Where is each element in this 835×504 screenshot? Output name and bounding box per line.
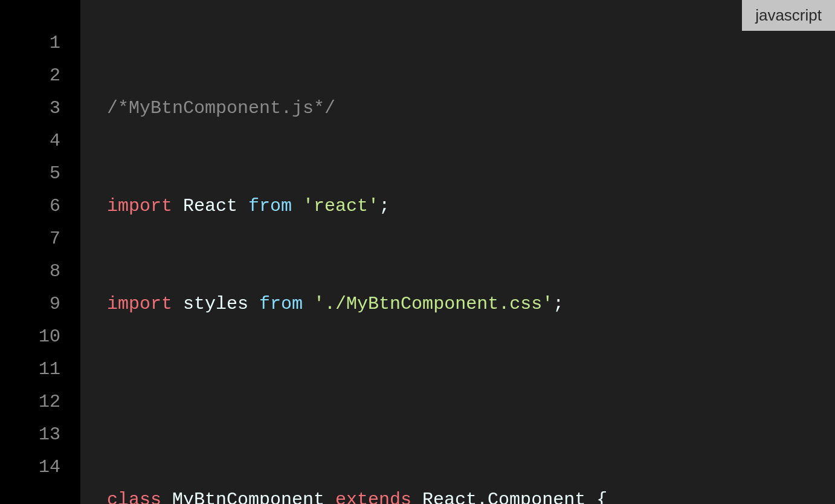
token-from: from [259,294,303,314]
line-number: 9 [0,288,80,320]
line-number: 4 [0,124,80,157]
line-number: 12 [0,386,80,418]
token-string: './MyBtnComponent.css' [314,294,553,314]
language-badge: javascript [742,0,835,31]
code-line: import styles from './MyBtnComponent.css… [107,288,835,320]
line-number: 2 [0,59,80,92]
code-block: javascript 1 2 3 4 5 6 7 8 9 10 11 12 13… [0,0,835,504]
code-line: import React from 'react'; [107,190,835,222]
token-identifier: MyBtnComponent [161,489,335,504]
line-number-gutter: 1 2 3 4 5 6 7 8 9 10 11 12 13 14 [0,0,80,504]
token-string: 'react' [303,196,379,216]
line-number: 11 [0,353,80,386]
token-punct: ; [553,294,564,314]
token-keyword: class [107,489,161,504]
token-keyword: extends [335,489,411,504]
line-number: 14 [0,451,80,483]
code-line-empty [107,386,835,418]
token-keyword: import [107,294,172,314]
code-editor: 1 2 3 4 5 6 7 8 9 10 11 12 13 14 /*MyBtn… [0,0,835,504]
line-number: 1 [0,27,80,59]
line-number: 5 [0,157,80,190]
line-number: 3 [0,92,80,124]
token-punct: ; [379,196,390,216]
token-identifier: React.Component { [411,489,607,504]
token-keyword: import [107,196,172,216]
token-comment: /*MyBtnComponent.js*/ [107,98,335,118]
token-identifier: React [172,196,248,216]
line-number: 13 [0,418,80,451]
line-number: 10 [0,320,80,353]
code-line: class MyBtnComponent extends React.Compo… [107,483,835,504]
token-from: from [248,196,292,216]
code-line: /*MyBtnComponent.js*/ [107,92,835,124]
token-space [303,294,314,314]
line-number: 6 [0,190,80,222]
token-space [292,196,303,216]
line-number: 8 [0,255,80,288]
line-number: 7 [0,222,80,255]
code-area[interactable]: /*MyBtnComponent.js*/ import React from … [80,0,835,504]
token-identifier: styles [172,294,259,314]
